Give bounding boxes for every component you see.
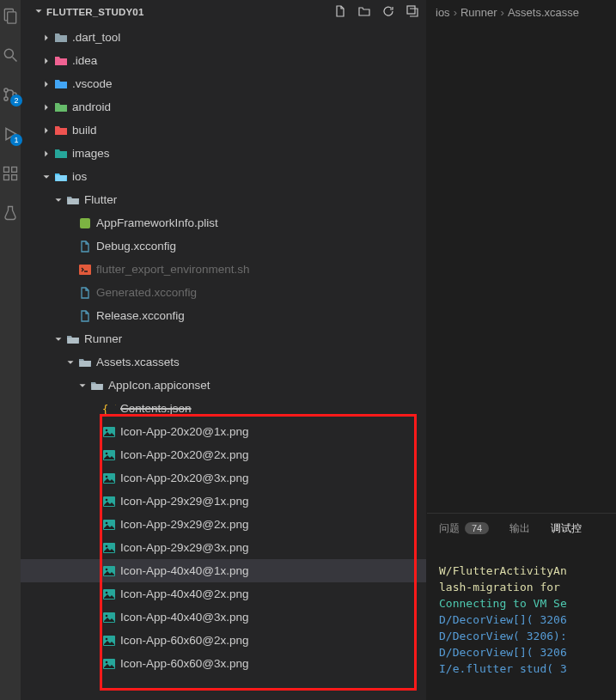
- svg-text:{ }: { }: [102, 404, 116, 416]
- folder-android[interactable]: android: [21, 95, 426, 119]
- folder-icon: [53, 77, 69, 91]
- svg-point-25: [106, 521, 108, 524]
- image-icon: [101, 518, 117, 532]
- explorer-header[interactable]: FLUTTER_STUDY01: [21, 0, 426, 24]
- chevron-down-icon: [64, 356, 77, 368]
- breadcrumb-item[interactable]: Assets.xcasse: [508, 6, 579, 19]
- debug-console[interactable]: W/FlutterActivityAn lash-migration for C…: [427, 543, 616, 700]
- file-icon-png[interactable]: Icon-App-20x20@2x.png: [21, 443, 426, 466]
- svg-point-5: [4, 97, 8, 100]
- extensions-icon[interactable]: [2, 165, 19, 182]
- file-contents-json[interactable]: { }Contents.json: [21, 397, 426, 420]
- file-icon-png[interactable]: Icon-App-29x29@3x.png: [21, 536, 426, 559]
- chevron-right-icon: [40, 78, 53, 90]
- chevron-right-icon: [40, 55, 53, 67]
- svg-point-2: [4, 49, 13, 58]
- file-icon-png[interactable]: Icon-App-40x40@1x.png: [21, 559, 426, 582]
- svg-point-31: [106, 591, 108, 593]
- folder-runner[interactable]: Runner: [21, 327, 426, 350]
- image-icon: [101, 634, 117, 648]
- image-icon: [101, 657, 117, 671]
- run-debug-icon[interactable]: 1: [2, 125, 19, 143]
- svg-rect-1: [8, 12, 16, 23]
- breadcrumb-item[interactable]: ios: [436, 6, 450, 19]
- plist-icon: [77, 216, 93, 230]
- bottom-panel: 问题 74 输出 调试控 W/FlutterActivityAn lash-mi…: [427, 513, 616, 700]
- svg-point-23: [106, 498, 108, 501]
- file-icon: [77, 309, 93, 323]
- image-icon: [101, 495, 117, 508]
- terminal-line: Connecting to VM Se: [439, 597, 567, 610]
- svg-point-37: [106, 660, 108, 663]
- collapse-all-icon[interactable]: [406, 4, 419, 21]
- image-icon: [101, 611, 117, 624]
- chevron-down-icon: [33, 5, 45, 20]
- folder-idea[interactable]: .idea: [21, 49, 426, 72]
- chevron-down-icon: [52, 194, 65, 206]
- file-icon-png[interactable]: Icon-App-20x20@1x.png: [21, 420, 426, 443]
- activity-bar: 2 1: [0, 0, 21, 700]
- terminal-line: D/DecorView[]( 3206: [439, 646, 567, 659]
- folder-assets[interactable]: Assets.xcassets: [21, 350, 426, 374]
- svg-rect-8: [4, 167, 9, 173]
- svg-point-17: [106, 429, 108, 431]
- explorer-sidebar: FLUTTER_STUDY01 .dart_tool .idea .vscode…: [21, 0, 427, 700]
- terminal-line: lash-migration for: [439, 581, 567, 593]
- folder-open-icon: [53, 170, 69, 184]
- tab-problems[interactable]: 问题 74: [439, 521, 489, 536]
- new-file-icon[interactable]: [333, 4, 347, 21]
- folder-open-icon: [65, 193, 81, 207]
- svg-rect-9: [12, 167, 17, 173]
- folder-appicon[interactable]: AppIcon.appiconset: [21, 374, 426, 397]
- chevron-right-icon: ›: [501, 6, 504, 19]
- editor-area: ios › Runner › Assets.xcasse 问题 74 输出 调试…: [427, 0, 616, 700]
- chevron-right-icon: [40, 148, 53, 160]
- file-icon-png[interactable]: Icon-App-40x40@2x.png: [21, 582, 426, 606]
- chevron-down-icon: [40, 171, 53, 183]
- source-control-icon[interactable]: 2: [2, 86, 19, 103]
- folder-icon: [53, 31, 69, 45]
- editor-empty: [427, 24, 616, 513]
- image-icon: [101, 564, 117, 578]
- folder-dart-tool[interactable]: .dart_tool: [21, 26, 426, 49]
- file-release-xcconfig[interactable]: Release.xcconfig: [21, 304, 426, 327]
- testing-icon[interactable]: [2, 204, 19, 222]
- chevron-right-icon: [40, 125, 53, 137]
- explorer-actions: [333, 4, 419, 21]
- file-icon-png[interactable]: Icon-App-60x60@2x.png: [21, 629, 426, 652]
- new-folder-icon[interactable]: [357, 4, 371, 21]
- file-appframework[interactable]: AppFrameworkInfo.plist: [21, 211, 426, 234]
- refresh-icon[interactable]: [381, 4, 395, 21]
- file-debug-xcconfig[interactable]: Debug.xcconfig: [21, 234, 426, 258]
- project-name: FLUTTER_STUDY01: [46, 7, 333, 17]
- folder-ios[interactable]: ios: [21, 165, 426, 188]
- file-icon-png[interactable]: Icon-App-40x40@3x.png: [21, 606, 426, 629]
- tab-debug-console[interactable]: 调试控: [551, 521, 582, 536]
- image-icon: [101, 472, 117, 485]
- svg-point-21: [106, 475, 108, 478]
- folder-images[interactable]: images: [21, 142, 426, 165]
- explorer-icon[interactable]: [2, 7, 19, 24]
- breadcrumb-item[interactable]: Runner: [460, 6, 497, 19]
- chevron-right-icon: [40, 32, 53, 44]
- folder-build[interactable]: build: [21, 119, 426, 142]
- folder-vscode[interactable]: .vscode: [21, 72, 426, 95]
- file-icon-png[interactable]: Icon-App-60x60@3x.png: [21, 652, 426, 675]
- terminal-line: D/DecorView[]( 3206: [439, 613, 567, 626]
- chevron-right-icon: ›: [454, 6, 457, 19]
- tab-output[interactable]: 输出: [509, 521, 530, 536]
- folder-flutter[interactable]: Flutter: [21, 188, 426, 211]
- file-icon-png[interactable]: Icon-App-20x20@3x.png: [21, 466, 426, 490]
- svg-rect-14: [79, 265, 91, 275]
- folder-open-icon: [89, 379, 105, 393]
- file-icon-png[interactable]: Icon-App-29x29@1x.png: [21, 490, 426, 513]
- svg-point-35: [106, 637, 108, 640]
- breadcrumb[interactable]: ios › Runner › Assets.xcasse: [427, 0, 616, 24]
- file-export-env[interactable]: flutter_export_environment.sh: [21, 258, 426, 281]
- image-icon: [101, 541, 117, 555]
- search-icon[interactable]: [2, 46, 19, 64]
- image-icon: [101, 587, 117, 601]
- svg-rect-11: [12, 175, 17, 180]
- file-generated-xcconfig[interactable]: Generated.xcconfig: [21, 281, 426, 304]
- file-icon-png[interactable]: Icon-App-29x29@2x.png: [21, 513, 426, 536]
